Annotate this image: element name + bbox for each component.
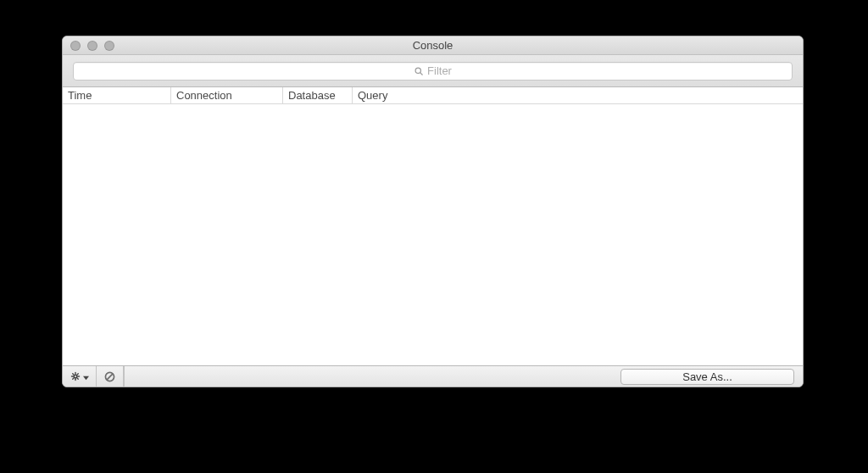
- traffic-lights: [70, 41, 114, 51]
- column-query-label: Query: [358, 89, 387, 102]
- zoom-button[interactable]: [104, 41, 114, 51]
- minimize-button[interactable]: [87, 41, 97, 51]
- close-button[interactable]: [70, 41, 81, 51]
- save-as-label: Save As...: [682, 370, 732, 383]
- save-as-button[interactable]: Save As...: [620, 369, 794, 385]
- svg-line-10: [77, 374, 78, 375]
- prohibit-icon: [103, 370, 116, 383]
- console-window: Console Filter Time Connection Database: [62, 36, 804, 387]
- chevron-down-icon: [83, 370, 89, 383]
- svg-line-8: [77, 378, 78, 379]
- toolbar: Filter: [63, 55, 803, 87]
- settings-menu[interactable]: [63, 366, 97, 387]
- svg-marker-11: [83, 376, 89, 379]
- table-headers: Time Connection Database Query: [63, 87, 803, 104]
- column-database-label: Database: [288, 89, 336, 102]
- titlebar[interactable]: Console: [63, 36, 803, 55]
- svg-line-13: [107, 373, 113, 379]
- column-query[interactable]: Query: [353, 87, 803, 103]
- table-body[interactable]: [63, 104, 803, 365]
- gear-icon: [70, 370, 81, 382]
- column-time-label: Time: [68, 89, 92, 102]
- filter-search[interactable]: Filter: [73, 62, 793, 81]
- clear-button[interactable]: [97, 366, 124, 387]
- footer-separator: [124, 366, 125, 387]
- footer-bar: Save As...: [63, 365, 803, 387]
- column-connection-label: Connection: [176, 89, 232, 102]
- svg-line-9: [73, 378, 74, 379]
- column-database[interactable]: Database: [283, 87, 353, 103]
- filter-input[interactable]: [74, 63, 792, 80]
- column-time[interactable]: Time: [63, 87, 171, 103]
- column-connection[interactable]: Connection: [171, 87, 283, 103]
- window-title: Console: [63, 39, 803, 52]
- svg-line-7: [73, 374, 74, 375]
